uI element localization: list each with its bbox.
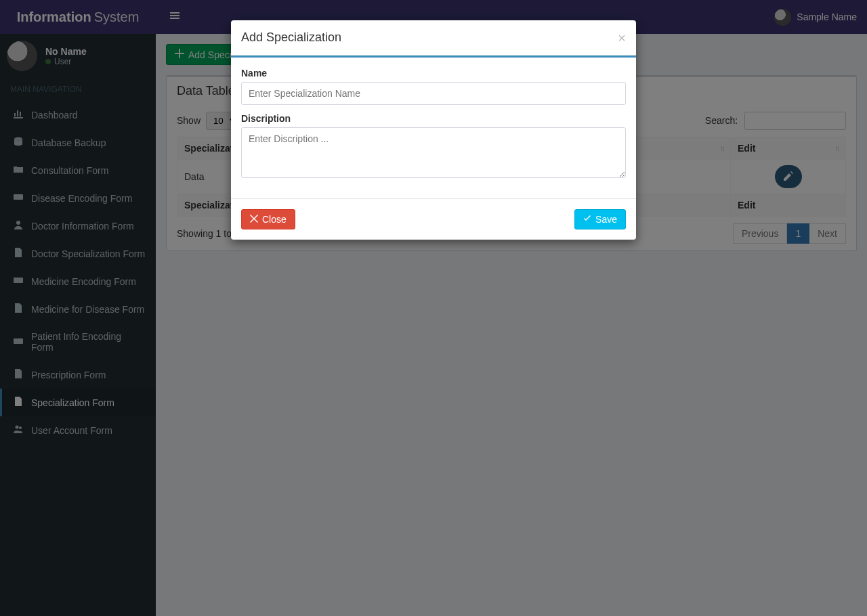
close-icon: ×	[618, 30, 626, 45]
specialization-name-input[interactable]	[241, 82, 626, 105]
add-specialization-modal: Add Specialization × Name Discription Cl…	[231, 20, 636, 240]
name-label: Name	[241, 68, 626, 79]
save-button-label: Save	[595, 214, 617, 225]
description-label: Discription	[241, 113, 626, 124]
modal-title: Add Specialization	[241, 30, 341, 45]
check-icon	[583, 214, 591, 225]
modal-header: Add Specialization ×	[231, 20, 636, 56]
modal-close-button[interactable]: ×	[618, 31, 626, 45]
save-button[interactable]: Save	[574, 209, 626, 229]
modal-body: Name Discription	[231, 58, 636, 198]
close-button-label: Close	[262, 214, 287, 225]
times-icon	[250, 214, 258, 225]
modal-footer: Close Save	[231, 198, 636, 240]
close-button[interactable]: Close	[241, 209, 295, 229]
specialization-description-input[interactable]	[241, 127, 626, 178]
